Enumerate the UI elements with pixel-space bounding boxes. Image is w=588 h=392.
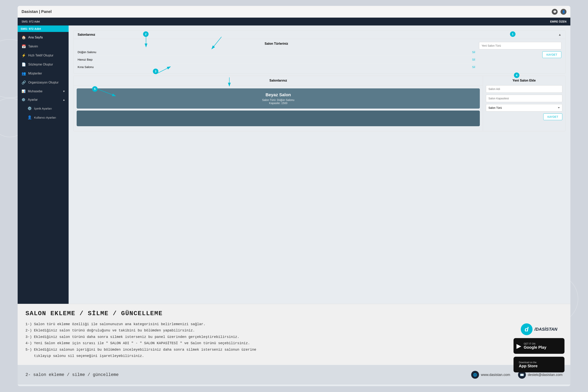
sidebar: SMS: 972 Adet 🏠 Ana Sayfa 📅 Takvim ⚡ Hız… — [18, 26, 68, 304]
sidebar-sub-menu: ⚙️ İçerik Ayarları 👤 Kullanıcı Ayarları — [18, 104, 68, 122]
chat-icon[interactable]: 💬 — [552, 9, 558, 15]
instruction-list: 1-) Salon türü ekleme özelliği ile salon… — [26, 321, 562, 359]
instruction-area: SALON EKLEME / SİLME / GÜNCELLEME 1-) Sa… — [18, 304, 570, 365]
salon-type-row-3: Kına Salonu Sil — [78, 63, 475, 70]
google-play-button[interactable]: ▶ GET IT ON Google Play — [514, 338, 564, 354]
browser-title: Dasistan | Panel — [22, 10, 52, 14]
sidebar-label-muhasebe: Muhasebe — [28, 90, 42, 93]
google-play-sub: GET IT ON — [524, 342, 546, 345]
salon-types-section: Salonlarınız ▲ Salon Türleriniz Düğün Sa… — [74, 30, 566, 74]
chevron-down-icon: ▾ — [63, 90, 65, 93]
calendar-icon: 📅 — [22, 44, 26, 48]
footer-step: 2- salon ekleme / silme / güncelleme — [26, 372, 118, 377]
browser-icons: 💬 👤 — [552, 9, 566, 15]
user-icon[interactable]: 👤 — [560, 9, 566, 15]
salon-card-type-1: Salon Türü: Düğün Salonu — [80, 98, 476, 102]
email-label: destek@dasistan.com — [528, 373, 562, 377]
brand-name: /DASİSTAN — [534, 327, 558, 332]
sidebar-item-icerik[interactable]: ⚙️ İçerik Ayarları — [22, 104, 68, 113]
salon-type-name-1: Düğün Salonu — [78, 50, 96, 54]
google-play-text: GET IT ON Google Play — [524, 342, 546, 350]
sidebar-item-organizasyon[interactable]: 🔗 Organizasyon Oluştur — [18, 78, 68, 87]
sidebar-item-musteriler[interactable]: 👥 Müşteriler — [18, 69, 68, 78]
sidebar-label-takvim: Takvim — [28, 45, 38, 48]
accounting-icon: 📊 — [22, 90, 26, 93]
save-salon-button[interactable]: KAYDET — [543, 114, 562, 120]
salon-name-input[interactable] — [486, 85, 562, 93]
app-store-text: Download on the App Store — [519, 361, 538, 368]
salon-type-row-2: Havuz Başı Sil — [78, 56, 475, 63]
sidebar-label-organizasyon: Organizasyon Oluştur — [28, 81, 58, 84]
salon-types-two-col: Salon Türleriniz Düğün Salonu Sil Havuz … — [78, 42, 561, 70]
collapse-icon[interactable]: ▲ — [558, 33, 561, 36]
instruction-item-4: 4-) Yeni Salon ekleme için sırası ile " … — [26, 340, 562, 346]
delete-link-2[interactable]: Sil — [472, 58, 475, 61]
google-play-main: Google Play — [524, 345, 546, 350]
instruction-item-5: 5-) Eklediğiniz salonun içeriğini bu böl… — [26, 346, 562, 359]
sidebar-item-muhasebe[interactable]: 📊 Muhasebe ▾ — [18, 87, 68, 96]
salon-types-panel-body: Salon Türleriniz Düğün Salonu Sil Havuz … — [74, 39, 565, 74]
top-bar: SMS: 972 Adet EMRE ÖZEN — [18, 18, 570, 26]
sidebar-label-hizli-teklif: Hızlı Teklif Oluştur — [28, 54, 54, 57]
new-salon-type-input[interactable] — [479, 42, 561, 50]
sidebar-label-kullanici: Kullanıcı Ayarları — [34, 116, 56, 119]
sidebar-item-ayarlar[interactable]: ⚙️ Ayarlar ▴ — [18, 96, 68, 104]
salon-capacity-input[interactable] — [486, 95, 562, 102]
sidebar-nav: 🏠 Ana Sayfa 📅 Takvim ⚡ Hızlı Teklif Oluş… — [18, 32, 68, 304]
play-store-icon: ▶ — [516, 342, 521, 350]
sidebar-item-takvim[interactable]: 📅 Takvim — [18, 42, 68, 51]
username: EMRE ÖZEN — [550, 20, 566, 23]
sidebar-item-sozlesme[interactable]: 📄 Sözleşme Oluştur — [18, 60, 68, 69]
users-icon: 👥 — [22, 71, 26, 76]
user-settings-icon: 👤 — [28, 115, 32, 120]
salon-types-list: Salon Türleriniz Düğün Salonu Sil Havuz … — [78, 42, 475, 70]
instruction-item-1: 1-) Salon türü ekleme özelliği ile salon… — [26, 321, 562, 327]
sidebar-item-kullanici[interactable]: 👤 Kullanıcı Ayarları — [22, 113, 68, 122]
footer: 2- salon ekleme / silme / güncelleme 🌐 w… — [18, 365, 570, 384]
sidebar-label-ayarlar: Ayarlar — [28, 98, 38, 102]
chevron-up-icon: ▴ — [63, 98, 65, 102]
salon-types-header-title: Salonlarınız — [78, 33, 95, 36]
sidebar-label-musteriler: Müşteriler — [28, 72, 42, 75]
instruction-item-2: 2-) Eklediğiniz salon türünü doğruluğunu… — [26, 327, 562, 334]
brand-letter: d — [521, 324, 532, 335]
salon-type-name-3: Kına Salonu — [78, 65, 94, 68]
sidebar-item-ana-sayfa[interactable]: 🏠 Ana Sayfa — [18, 33, 68, 42]
brand-logo: d /DASİSTAN — [521, 324, 558, 335]
app-store-button[interactable]: Download on the App Store — [514, 357, 564, 372]
instruction-item-3: 3-) Eklediğiniz salon türünü daha sonra … — [26, 334, 562, 340]
annotation-4: 4 — [514, 72, 520, 78]
salon-type-select[interactable]: Salon Türü — [486, 104, 562, 112]
salon-type-row-1: Düğün Salonu Sil — [78, 48, 475, 56]
web-icon: 🌐 — [471, 371, 479, 379]
salon-cards: Beyaz Salon Salon Türü: Düğün Salonu Kap… — [74, 86, 483, 131]
app-store-main: App Store — [519, 364, 538, 368]
save-salon-type-button[interactable]: KAYDET — [542, 51, 561, 58]
delete-link-1[interactable]: Sil — [472, 50, 475, 54]
delete-link-3[interactable]: Sil — [472, 66, 475, 68]
annotation-1: 1 — [510, 31, 516, 37]
sidebar-label-ana-sayfa: Ana Sayfa — [28, 36, 43, 39]
salon-card-name-1: Beyaz Salon — [80, 92, 476, 98]
salon-card-capacity-1: Kapasite: 1500 — [80, 102, 476, 105]
website-label: www.dasistan.com — [481, 373, 510, 377]
new-type-form: KAYDET — [479, 42, 561, 70]
instruction-title: SALON EKLEME / SİLME / GÜNCELLEME — [26, 310, 562, 317]
brand-store-area: d /DASİSTAN ▶ GET IT ON Google Play Down… — [514, 324, 564, 372]
sidebar-label-icerik: İçerik Ayarları — [34, 107, 52, 110]
settings-icon: ⚙️ — [22, 98, 26, 102]
sidebar-item-hizli-teklif[interactable]: ⚡ Hızlı Teklif Oluştur — [18, 51, 68, 60]
salon-type-name-2: Havuz Başı — [78, 58, 93, 61]
lightning-icon: ⚡ — [22, 53, 26, 58]
browser-chrome: Dasistan | Panel 💬 👤 — [18, 6, 570, 18]
link-icon: 🔗 — [22, 80, 26, 85]
sms-info: SMS: 972 Adet — [22, 20, 40, 23]
salons-section: Salonlarınız Beyaz Salon Salon Türü: Düğ… — [74, 76, 566, 131]
new-salon-title: Yeni Salon Ekle — [486, 79, 562, 82]
salons-header: Salonlarınız — [74, 76, 483, 86]
panel-content: 2 1 3 4 5 — [68, 26, 570, 304]
footer-website: 🌐 www.dasistan.com — [471, 371, 510, 379]
salon-card-placeholder — [77, 110, 480, 126]
new-salon-form: Yeni Salon Ekle Salon Türü KAYDET — [483, 76, 565, 131]
salon-card-beyaz[interactable]: Beyaz Salon Salon Türü: Düğün Salonu Kap… — [77, 88, 480, 108]
